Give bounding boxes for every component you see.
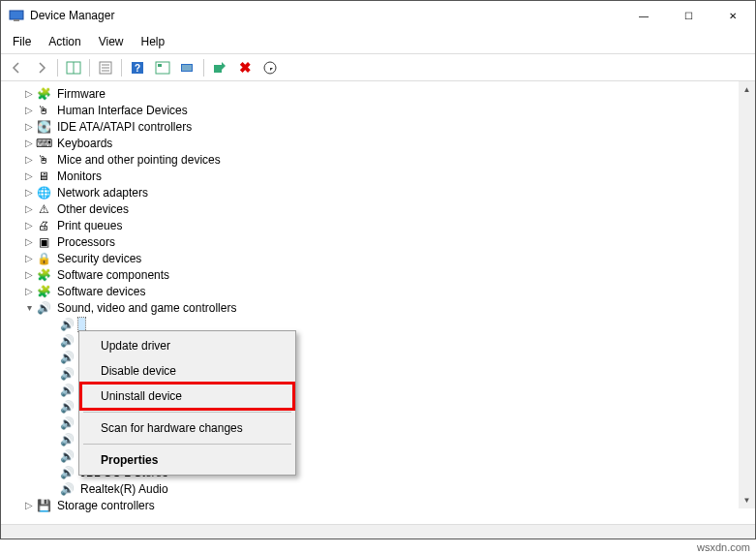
device-icon: 🔊 [59, 432, 75, 447]
category-label: Network adapters [55, 186, 150, 200]
svg-rect-1 [14, 19, 19, 21]
category-icon: 💽 [36, 119, 51, 135]
context-menu-item[interactable]: Disable device [81, 358, 293, 384]
category-node[interactable]: ▷🖥Monitors [1, 168, 755, 184]
category-node[interactable]: ▷🖨Print queues [1, 217, 755, 233]
category-node[interactable]: ▷🧩Software devices [1, 283, 755, 299]
category-node[interactable]: ▷⚠Other devices [1, 200, 755, 217]
category-node[interactable]: ▷🔒Security devices [1, 250, 755, 266]
context-menu-item[interactable]: Uninstall device [81, 384, 293, 409]
category-node[interactable]: ▷💽IDE ATA/ATAPI controllers [1, 118, 755, 135]
properties-button[interactable] [94, 57, 117, 78]
expander-icon[interactable]: ▷ [22, 253, 36, 263]
device-icon: 🔊 [59, 366, 75, 382]
expander-icon[interactable]: ▷ [22, 154, 36, 165]
expander-icon[interactable]: ▷ [22, 121, 36, 132]
device-icon: 🔊 [59, 317, 75, 332]
titlebar: Device Manager — ☐ ✕ [1, 1, 755, 30]
expander-icon[interactable]: ▷ [22, 220, 36, 231]
category-node[interactable]: ▷💾Storage controllers [1, 497, 755, 513]
menu-separator [83, 444, 291, 445]
expander-icon[interactable]: ▷ [22, 236, 36, 247]
svg-rect-14 [214, 65, 222, 73]
add-legacy-button[interactable] [176, 57, 199, 78]
expander-icon[interactable]: ▷ [22, 138, 36, 148]
forward-button[interactable] [30, 57, 53, 78]
category-label: Human Interface Devices [55, 104, 190, 117]
category-icon: 🖱 [36, 103, 51, 118]
back-button[interactable] [5, 57, 28, 78]
category-icon: ⌨ [36, 136, 51, 151]
category-node[interactable]: ▷🖱Mice and other pointing devices [1, 151, 755, 168]
category-label: Other devices [55, 202, 131, 216]
toolbar-separator [89, 59, 90, 77]
device-label: Realtek(R) Audio [78, 482, 170, 496]
minimize-button[interactable]: — [621, 1, 666, 30]
device-icon: 🔊 [59, 465, 75, 480]
menu-help[interactable]: Help [134, 32, 173, 51]
expander-icon[interactable]: ▷ [22, 105, 36, 115]
device-manager-window: Device Manager — ☐ ✕ File Action View He… [0, 0, 756, 539]
category-label: Processors [55, 235, 117, 249]
expander-icon[interactable]: ▷ [22, 500, 36, 510]
context-menu-item[interactable]: Scan for hardware changes [81, 416, 293, 441]
menubar: File Action View Help [1, 30, 755, 54]
device-icon: 🔊 [59, 448, 75, 464]
category-node[interactable]: ▷🖱Human Interface Devices [1, 102, 755, 118]
scroll-up-icon[interactable]: ▲ [739, 81, 755, 98]
device-label [78, 318, 85, 331]
show-hide-console-button[interactable] [62, 57, 85, 78]
expander-icon[interactable]: ▷ [22, 170, 36, 181]
category-node[interactable]: ▷🧩Firmware [1, 85, 755, 102]
scroll-thumb[interactable] [739, 98, 755, 492]
expander-icon[interactable]: ▷ [22, 88, 36, 99]
update-driver-button[interactable] [258, 57, 282, 78]
scroll-down-icon[interactable]: ▼ [739, 492, 755, 508]
category-node[interactable]: ▷▣Processors [1, 233, 755, 250]
toolbar-separator [57, 59, 58, 77]
help-button[interactable]: ? [126, 57, 149, 78]
category-icon: 🌐 [36, 185, 51, 200]
expander-icon[interactable]: ▷ [22, 187, 36, 198]
toolbar: ? ✖ [1, 54, 755, 81]
context-menu-item[interactable]: Update driver [81, 333, 293, 358]
category-icon: 🖥 [36, 169, 51, 184]
category-node[interactable]: ▷⌨Keyboards [1, 135, 755, 151]
category-label: Mice and other pointing devices [55, 153, 223, 167]
category-label: Software components [55, 268, 171, 282]
menu-separator [83, 412, 291, 413]
category-label: Storage controllers [55, 499, 157, 512]
svg-text:?: ? [135, 63, 140, 74]
device-node[interactable]: 🔊Realtek(R) Audio [1, 480, 755, 497]
expander-icon[interactable]: ▷ [22, 269, 36, 280]
enable-device-button[interactable] [208, 57, 231, 78]
device-icon: 🔊 [59, 416, 75, 431]
category-icon: 🧩 [36, 267, 51, 283]
menu-file[interactable]: File [5, 32, 39, 51]
expander-icon[interactable]: ▷ [22, 286, 36, 296]
category-node[interactable]: ▷🧩Software components [1, 266, 755, 283]
uninstall-device-button[interactable]: ✖ [233, 57, 257, 78]
toolbar-separator [121, 59, 122, 77]
scan-hardware-button[interactable] [151, 57, 174, 78]
category-node[interactable]: ▾🔊Sound, video and game controllers [1, 299, 755, 316]
close-button[interactable]: ✕ [711, 1, 755, 30]
maximize-button[interactable]: ☐ [666, 1, 711, 30]
svg-rect-0 [10, 11, 23, 19]
expander-icon[interactable]: ▾ [22, 302, 36, 313]
category-node[interactable]: ▷🌐Network adapters [1, 184, 755, 200]
category-icon: ▣ [36, 234, 51, 250]
category-label: Sound, video and game controllers [55, 301, 238, 315]
menu-view[interactable]: View [91, 32, 132, 51]
svg-rect-13 [182, 65, 192, 71]
category-icon: 🔊 [36, 300, 51, 316]
category-label: Firmware [55, 87, 107, 101]
svg-rect-11 [158, 64, 162, 67]
category-label: IDE ATA/ATAPI controllers [55, 120, 194, 134]
category-icon: 🧩 [36, 86, 51, 102]
context-menu-item[interactable]: Properties [81, 447, 293, 473]
expander-icon[interactable]: ▷ [22, 203, 36, 214]
menu-action[interactable]: Action [41, 32, 88, 51]
category-label: Software devices [55, 285, 147, 298]
scrollbar-vertical[interactable]: ▲ ▼ [739, 81, 755, 508]
